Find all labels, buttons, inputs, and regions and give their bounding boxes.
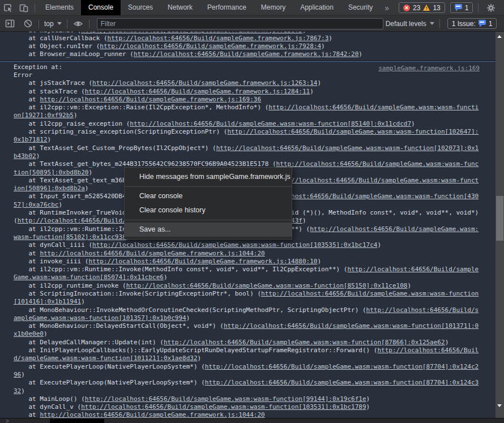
console-prompt-bar[interactable]: > [0, 418, 504, 423]
divider [439, 19, 440, 28]
devtools-tabbar: ElementsConsoleSourcesNetworkPerformance… [0, 0, 504, 16]
stack-line: at Object.runIter (http://localhost:6465… [0, 42, 482, 50]
stack-line: at ExecutePlayerLoop(NativePlayerLoopSys… [0, 379, 482, 395]
stack-link[interactable]: http://localhost:64656/Build/sampleGame.… [100, 42, 321, 50]
tab-strip: ElementsConsoleSourcesNetworkPerformance… [38, 0, 380, 15]
menu-item-clear-console-history[interactable]: Clear console history [125, 203, 292, 217]
stack-line: at MonoBehaviour::DelayedStartCall(Objec… [0, 322, 482, 339]
stack-link[interactable]: http://localhost:64656/Build/sampleGame.… [14, 128, 479, 143]
error-icon: ✕ [403, 5, 410, 11]
stack-line: at il2cpp::vm::Runtime::Invoke(MethodInf… [0, 266, 482, 282]
stack-link[interactable]: http://localhost:64656/Build/sampleGame.… [14, 306, 479, 322]
inspect-element-icon[interactable] [3, 3, 13, 13]
tab-elements[interactable]: Elements [38, 0, 81, 15]
stack-link[interactable]: http://localhost:64656/Build/sampleGame.… [14, 363, 479, 378]
scroll-down-arrow-icon[interactable] [497, 404, 502, 407]
stack-link[interactable]: http://localhost:64656/Build/sampleGame.… [14, 266, 479, 281]
tab-sources[interactable]: Sources [121, 0, 160, 15]
stack-link[interactable]: http://localhost:64656/Build/sampleGame.… [164, 339, 445, 346]
console-toolbar: top Default levels 1 Issue: 1 [0, 16, 504, 32]
vertical-scrollbar[interactable] [496, 32, 504, 418]
stack-link[interactable]: http://localhost:64656/Build/sampleGame.… [81, 403, 366, 411]
settings-gear-icon[interactable] [484, 3, 498, 13]
tab-application[interactable]: Application [293, 0, 341, 15]
stack-line: at il2cpp_raise_exception (http://localh… [0, 120, 482, 128]
tab-memory[interactable]: Memory [254, 0, 293, 15]
tab-console[interactable]: Console [81, 0, 121, 15]
devtools-menu-kebab-icon[interactable]: ⋮ [501, 0, 504, 16]
stack-link[interactable]: http://localhost:64656/Build/sampleGame.… [85, 88, 310, 95]
stack-line: at invoke_iiii (http://localhost:64656/B… [0, 258, 482, 266]
stack-line: at http://localhost:64656/Build/sampleGa… [0, 250, 482, 258]
stack-line: at il2cpp_runtime_invoke (http://localho… [0, 282, 482, 290]
message-source-link[interactable]: sampleGame.framework.js:169 [378, 65, 480, 72]
stack-link[interactable]: http://localhost:64656/Build/sampleGame.… [14, 322, 479, 337]
stack-line: at callUserCallback (http://localhost:64… [0, 35, 482, 42]
menu-item-save-as[interactable]: Save as... [125, 223, 292, 237]
issues-badge[interactable]: 1 [450, 2, 473, 13]
chevron-down-icon [430, 22, 434, 25]
menu-item-clear-console[interactable]: Clear console [125, 189, 292, 203]
more-tabs-icon[interactable]: » [380, 3, 394, 12]
issues-count: 1 [465, 4, 469, 12]
stack-link[interactable]: http://localhost:64656/Build/sampleGame.… [14, 104, 479, 119]
stack-link[interactable]: http://localhost:64656/Build/sampleGame.… [14, 347, 479, 362]
stack-link[interactable]: http://localhost:64656/Build/sampleGame.… [40, 250, 264, 257]
menu-separator [125, 186, 292, 187]
error-count: 23 [413, 4, 420, 12]
stack-link[interactable]: http://localhost:64656/Build/sampleGame.… [130, 120, 411, 127]
stack-link[interactable]: http://localhost:64656/Build/sampleGame.… [108, 35, 329, 42]
live-expression-eye-icon[interactable] [73, 19, 83, 29]
menu-item-hide-messages-from-samplegame-framework-js[interactable]: Hide messages from sampleGame.framework.… [125, 170, 292, 184]
stack-link[interactable]: http://localhost:64656/Build/sampleGame.… [88, 258, 317, 265]
stack-line: at dynCall_iiii (http://localhost:64656/… [0, 241, 482, 249]
stack-link[interactable]: http://localhost:64656/Build/sampleGame.… [126, 282, 408, 289]
stack-link[interactable]: http://localhost:64656/Build/sampleGame.… [14, 290, 479, 305]
stack-link[interactable]: http://localhost:64656/Build/sampleGame.… [92, 241, 377, 249]
stack-line: at Browser_mainLoop_runner (http://local… [0, 50, 482, 58]
stack-link[interactable]: http://localhost:64656/Build/sampleGame.… [40, 411, 264, 418]
tab-security[interactable]: Security [341, 0, 380, 15]
errors-warnings-badge[interactable]: ✕ 23 13 [399, 2, 445, 13]
stack-link[interactable]: http://localhost:64656/Build/sampleGame.… [92, 79, 317, 87]
stack-link[interactable]: http://localhost:64656/Build/sampleGame.… [40, 96, 261, 103]
stack-link[interactable]: http://localhost:64656/Build/sampleGame.… [81, 32, 302, 34]
stack-link[interactable]: http://localhost:64656/Build/sampleGame.… [14, 144, 479, 160]
stack-link[interactable]: http://localhost:64656/Build/sampleGame.… [85, 395, 366, 403]
divider [39, 19, 39, 28]
issues-counter-button[interactable]: 1 Issue: 1 [447, 18, 497, 29]
clear-console-icon[interactable] [23, 19, 33, 29]
issues-counter-label: 1 Issue: [452, 20, 476, 28]
console-filter-input[interactable] [97, 18, 383, 29]
toggle-device-toolbar-icon[interactable] [19, 3, 29, 13]
warning-icon [423, 5, 430, 11]
stack-line: at il2cpp::vm::Exception::Raise(Il2CppEx… [0, 104, 482, 120]
console-sidebar-icon[interactable] [5, 19, 15, 29]
stack-link[interactable]: http://localhost:64656/Build/sampleGame.… [14, 379, 479, 394]
stack-line: at ScriptingInvocation::Invoke(Scripting… [0, 290, 482, 306]
stack-line: at TextAsset_Get_Custom_PropBytes(Il2Cpp… [0, 144, 482, 161]
scrollbar-thumb[interactable] [496, 196, 503, 241]
stack-line: at http://localhost:64656/Build/sampleGa… [0, 96, 482, 104]
divider [89, 19, 89, 28]
issues-icon [455, 4, 462, 11]
tab-performance[interactable]: Performance [200, 0, 254, 15]
stack-line: at jsStackTrace (http://localhost:64656/… [0, 79, 482, 87]
divider [478, 3, 479, 12]
stack-line: at dynCall_v (http://localhost:64656/Bui… [0, 403, 482, 411]
tab-network[interactable]: Network [160, 0, 200, 15]
stack-line: at ExecutePlayerLoop(NativePlayerLoopSys… [0, 363, 482, 379]
stack-line: at MainLoop() (http://localhost:64656/Bu… [0, 395, 482, 403]
javascript-context-select[interactable]: top [42, 20, 64, 28]
stack-line: at InitPlayerLoopCallbacks()::EarlyUpdat… [0, 347, 482, 363]
context-menu: Hide messages from sampleGame.framework.… [124, 167, 292, 240]
issues-counter-count: 1 [489, 20, 493, 28]
stack-link[interactable]: http://localhost:64656/Build/sampleGame.… [134, 50, 358, 58]
stack-line: Error [0, 71, 482, 79]
log-levels-select[interactable]: Default levels [383, 20, 437, 28]
menu-separator [125, 220, 292, 220]
warning-count: 13 [433, 4, 440, 12]
divider [35, 3, 35, 12]
scroll-up-arrow-icon[interactable] [497, 35, 502, 38]
issues-icon [479, 20, 486, 27]
